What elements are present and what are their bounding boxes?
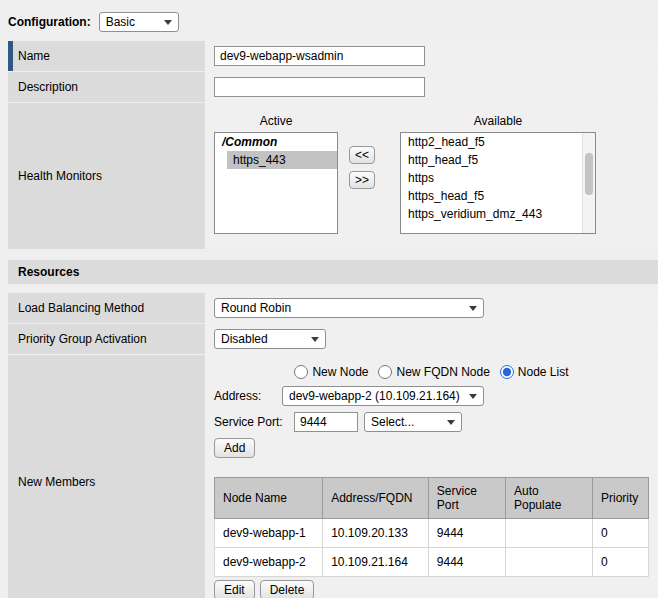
monitor-partition-item[interactable]: /Common <box>215 133 337 151</box>
service-select-wrap: Select... <box>364 412 462 432</box>
cell-service-port: 9444 <box>428 548 505 577</box>
available-title: Available <box>474 114 522 128</box>
available-monitors-column: Available http2_head_f5 http_head_f5 htt… <box>400 114 596 234</box>
new-node-radio-input[interactable] <box>294 365 308 379</box>
move-to-available-button[interactable]: >> <box>349 171 375 189</box>
load-balancing-label: Load Balancing Method <box>8 293 205 323</box>
address-line: Address: dev9-webapp-2 (10.109.21.164) <box>214 386 484 406</box>
new-fqdn-node-radio-input[interactable] <box>378 365 392 379</box>
add-button[interactable]: Add <box>214 438 255 458</box>
service-port-input[interactable] <box>294 412 358 432</box>
column-header-auto-populate: Auto Populate <box>505 478 592 519</box>
column-header-service-port: Service Port <box>428 478 505 519</box>
cell-address: 10.109.21.164 <box>323 548 429 577</box>
edit-button[interactable]: Edit <box>214 580 255 598</box>
address-select-wrap: dev9-webapp-2 (10.109.21.164) <box>282 386 484 406</box>
description-content <box>205 72 658 102</box>
priority-group-content: Disabled <box>205 324 658 354</box>
radio-new-node[interactable]: New Node <box>294 365 368 379</box>
column-header-address-fqdn: Address/FQDN <box>323 478 429 519</box>
load-balancing-select[interactable]: Round Robin <box>214 298 484 318</box>
priority-group-row: Priority Group Activation Disabled <box>8 324 658 354</box>
new-members-label: New Members <box>8 355 205 598</box>
active-title: Active <box>260 114 293 128</box>
description-row: Description <box>8 72 658 102</box>
column-header-priority: Priority <box>593 478 649 519</box>
resources-header: Resources <box>8 260 658 284</box>
priority-group-select[interactable]: Disabled <box>214 329 326 349</box>
name-row: Name <box>8 41 658 71</box>
edit-delete-buttons: Edit Delete <box>214 580 314 598</box>
service-port-line: Service Port: Select... <box>214 412 462 432</box>
radio-label: Node List <box>518 365 569 379</box>
description-input[interactable] <box>214 77 425 97</box>
name-label: Name <box>8 41 205 71</box>
configuration-bar: Configuration: Basic <box>0 0 658 41</box>
members-table-header-row: Node Name Address/FQDN Service Port Auto… <box>215 478 649 519</box>
priority-group-label: Priority Group Activation <box>8 324 205 354</box>
cell-auto-populate <box>505 548 592 577</box>
address-select[interactable]: dev9-webapp-2 (10.109.21.164) <box>282 386 484 406</box>
name-content <box>205 41 658 71</box>
available-monitors-list: http2_head_f5 http_head_f5 https https_h… <box>401 133 595 223</box>
cell-priority: 0 <box>593 548 649 577</box>
service-select[interactable]: Select... <box>364 412 462 432</box>
cell-node-name: dev9-webapp-1 <box>215 519 323 548</box>
configuration-label: Configuration: <box>8 15 91 29</box>
address-label: Address: <box>214 389 276 403</box>
new-members-content: New Node New FQDN Node Node List Address… <box>205 355 658 598</box>
active-monitors-listbox[interactable]: /Common https_443 <box>214 132 338 234</box>
description-label: Description <box>8 72 205 102</box>
configuration-select-wrap: Basic <box>99 12 179 32</box>
cell-address: 10.109.20.133 <box>323 519 429 548</box>
new-members-row: New Members New Node New FQDN Node Node … <box>8 355 658 598</box>
resources-panel: Load Balancing Method Round Robin Priori… <box>8 293 658 598</box>
radio-label: New FQDN Node <box>396 365 489 379</box>
radio-node-list[interactable]: Node List <box>500 365 569 379</box>
name-input[interactable] <box>214 46 425 66</box>
cell-node-name: dev9-webapp-2 <box>215 548 323 577</box>
add-line: Add <box>214 438 255 458</box>
cell-auto-populate <box>505 519 592 548</box>
radio-label: New Node <box>312 365 368 379</box>
priority-group-select-wrap: Disabled <box>214 329 326 349</box>
available-monitor-item[interactable]: https_veridium_dmz_443 <box>401 205 581 223</box>
members-table: Node Name Address/FQDN Service Port Auto… <box>214 477 649 577</box>
service-port-label: Service Port: <box>214 415 288 429</box>
available-monitor-item[interactable]: https_head_f5 <box>401 187 581 205</box>
active-monitors-column: Active /Common https_443 <box>214 114 338 234</box>
general-panel: Name Description Health Monitors Active … <box>8 41 658 249</box>
load-balancing-content: Round Robin <box>205 293 658 323</box>
health-monitors-row: Health Monitors Active /Common https_443… <box>8 103 658 249</box>
cell-service-port: 9444 <box>428 519 505 548</box>
cell-priority: 0 <box>593 519 649 548</box>
column-header-node-name: Node Name <box>215 478 323 519</box>
monitor-move-buttons: << >> <box>349 146 375 189</box>
scrollbar-thumb[interactable] <box>585 153 593 195</box>
radio-new-fqdn-node[interactable]: New FQDN Node <box>378 365 489 379</box>
move-to-active-button[interactable]: << <box>349 146 375 164</box>
node-list-radio-input[interactable] <box>500 365 514 379</box>
health-monitors-content: Active /Common https_443 << >> Available… <box>205 103 658 249</box>
load-balancing-select-wrap: Round Robin <box>214 298 484 318</box>
load-balancing-row: Load Balancing Method Round Robin <box>8 293 658 323</box>
available-monitors-listbox[interactable]: http2_head_f5 http_head_f5 https https_h… <box>400 132 596 234</box>
node-type-radio-group: New Node New FQDN Node Node List <box>294 365 568 379</box>
table-row[interactable]: dev9-webapp-1 10.109.20.133 9444 0 <box>215 519 649 548</box>
available-monitor-item[interactable]: https <box>401 169 581 187</box>
configuration-select[interactable]: Basic <box>99 12 179 32</box>
available-monitors-scrollbar[interactable] <box>582 133 595 233</box>
table-row[interactable]: dev9-webapp-2 10.109.21.164 9444 0 <box>215 548 649 577</box>
available-monitor-item[interactable]: http2_head_f5 <box>401 133 581 151</box>
active-monitor-item[interactable]: https_443 <box>227 151 337 169</box>
health-monitors-widget: Active /Common https_443 << >> Available… <box>214 108 596 244</box>
section-gap <box>0 250 658 260</box>
health-monitors-label: Health Monitors <box>8 103 205 249</box>
delete-button[interactable]: Delete <box>260 580 315 598</box>
available-monitor-item[interactable]: http_head_f5 <box>401 151 581 169</box>
